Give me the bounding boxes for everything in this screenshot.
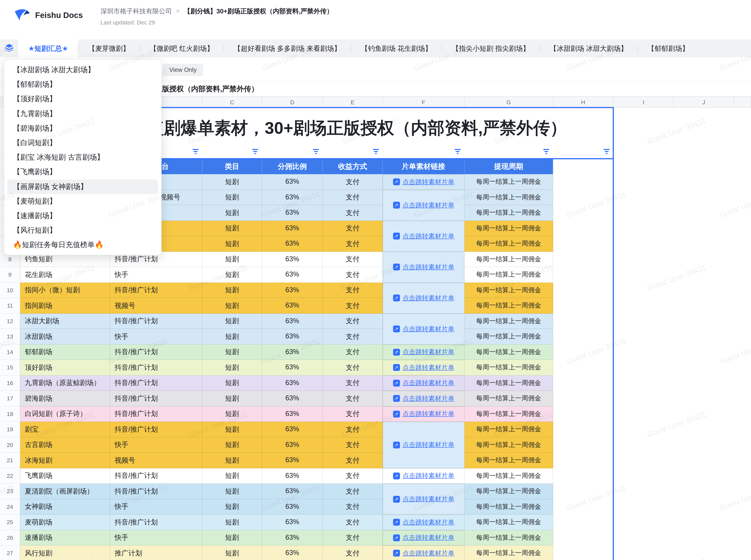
material-link[interactable]: ↗点击跳转素材片单: [393, 178, 454, 186]
sheet-tab[interactable]: 【郁郁剧场】: [638, 39, 699, 57]
cell-theater-name[interactable]: 速播剧场: [20, 530, 110, 545]
cell-platform[interactable]: 抖音/推广计划: [110, 360, 202, 375]
material-link[interactable]: ↗点击跳转素材片单: [393, 379, 454, 387]
cell-payout-period[interactable]: 每周一结算上一周佣金: [465, 484, 553, 499]
cell-platform[interactable]: 抖音/推广计划: [110, 406, 202, 422]
dropdown-item[interactable]: 【速播剧场】: [7, 208, 158, 223]
cell-category[interactable]: 短剧: [202, 267, 262, 282]
cell-commission-ratio[interactable]: 63%: [262, 282, 323, 298]
cell-platform[interactable]: 抖音/推广计划: [110, 468, 202, 484]
cell-category[interactable]: 短剧: [202, 298, 262, 314]
cell-income-type[interactable]: 支付: [323, 314, 383, 329]
row-number[interactable]: 17: [0, 391, 20, 406]
cell-income-type[interactable]: 支付: [323, 298, 383, 314]
column-header-D[interactable]: D: [262, 97, 323, 107]
cell-theater-name[interactable]: 冰甜剧场: [20, 329, 110, 344]
cell-payout-period[interactable]: 每周一结算上一周佣金: [465, 314, 553, 329]
row-number[interactable]: 19: [0, 422, 20, 437]
row-number[interactable]: 13: [0, 329, 20, 344]
cell-income-type[interactable]: 支付: [323, 252, 383, 267]
cell-payout-period[interactable]: 每周一结算上一周佣金: [465, 499, 553, 515]
cell-category[interactable]: 短剧: [202, 236, 262, 252]
material-link[interactable]: ↗点击跳转素材片单: [393, 324, 454, 333]
cell-theater-name[interactable]: 冰海短剧: [20, 453, 110, 468]
row-number[interactable]: 20: [0, 437, 20, 453]
cell-income-type[interactable]: 支付: [323, 174, 383, 189]
material-link[interactable]: ↗点击跳转素材片单: [393, 534, 454, 542]
cell-commission-ratio[interactable]: 63%: [262, 375, 323, 391]
cell-platform[interactable]: 视频号: [110, 298, 202, 314]
cell-commission-ratio[interactable]: 63%: [262, 329, 323, 344]
cell-commission-ratio[interactable]: 63%: [262, 314, 323, 329]
sheet-tab[interactable]: 【微剧吧 红火剧场】: [140, 39, 224, 57]
cell-platform[interactable]: 快手: [110, 499, 202, 515]
row-number[interactable]: 12: [0, 314, 20, 329]
cell-theater-name[interactable]: 九霄剧场（原蓝鲸剧场）: [20, 375, 110, 391]
row-number[interactable]: 24: [0, 499, 20, 515]
column-header-H[interactable]: H: [553, 97, 613, 107]
cell-platform[interactable]: 快手: [110, 437, 202, 453]
cell-commission-ratio[interactable]: 63%: [262, 437, 323, 453]
cell-commission-ratio[interactable]: 63%: [262, 515, 323, 530]
cell-income-type[interactable]: 支付: [323, 515, 383, 530]
cell-payout-period[interactable]: 每周一结算上一周佣金: [465, 545, 553, 560]
cell-income-type[interactable]: 支付: [323, 499, 383, 515]
cell-commission-ratio[interactable]: 63%: [262, 267, 323, 282]
cell-payout-period[interactable]: 每周一结算上一周佣金: [465, 375, 553, 391]
cell-payout-period[interactable]: 每周一结算上一周佣金: [465, 174, 553, 189]
cell-payout-period[interactable]: 每周一结算上一周佣金: [465, 221, 553, 236]
cell-payout-period[interactable]: 每周一结算上一周佣金: [465, 391, 553, 406]
dropdown-item[interactable]: 【顶好剧场】: [7, 92, 158, 106]
cell-commission-ratio[interactable]: 63%: [262, 298, 323, 314]
cell-commission-ratio[interactable]: 63%: [262, 484, 323, 499]
cell-income-type[interactable]: 支付: [323, 484, 383, 499]
material-link[interactable]: ↗点击跳转素材片单: [393, 232, 454, 240]
cell-payout-period[interactable]: 每周一结算上一周佣金: [465, 422, 553, 437]
row-number[interactable]: 9: [0, 267, 20, 282]
filter-icon[interactable]: [454, 148, 462, 155]
cell-theater-name[interactable]: 郁郁剧场: [20, 344, 110, 360]
row-number[interactable]: 14: [0, 344, 20, 360]
sheet-tab[interactable]: 【钓鱼剧场 花生剧场】: [351, 39, 442, 57]
cell-income-type[interactable]: 支付: [323, 530, 383, 545]
material-link[interactable]: ↗点击跳转素材片单: [393, 518, 454, 527]
dropdown-item[interactable]: 【白词短剧】: [7, 136, 158, 150]
column-header-F[interactable]: F: [383, 97, 465, 107]
cell-payout-period[interactable]: 每周一结算上一周佣金: [465, 282, 553, 298]
filter-icon[interactable]: [192, 148, 199, 155]
dropdown-item[interactable]: 【九霄剧场】: [7, 106, 158, 121]
column-header-J[interactable]: J: [674, 97, 734, 107]
cell-category[interactable]: 短剧: [202, 360, 262, 375]
cell-theater-name[interactable]: 碧海剧场: [20, 391, 110, 406]
breadcrumb-org[interactable]: 深圳市格子科技有限公司: [100, 7, 172, 16]
material-link[interactable]: ↗点击跳转素材片单: [393, 495, 454, 503]
filter-icon[interactable]: [312, 148, 320, 155]
cell-payout-period[interactable]: 每周一结算上一周佣金: [465, 515, 553, 530]
cell-income-type[interactable]: 支付: [323, 437, 383, 453]
cell-theater-name[interactable]: 夏清剧院（画屏剧场）: [20, 484, 110, 499]
cell-platform[interactable]: 抖音/推广计划: [110, 484, 202, 499]
sheet-list-button[interactable]: [0, 39, 18, 57]
row-number[interactable]: 26: [0, 530, 20, 545]
cell-category[interactable]: 短剧: [202, 437, 262, 453]
column-header-G[interactable]: G: [465, 97, 553, 107]
cell-theater-name[interactable]: 冰甜大剧场: [20, 314, 110, 329]
cell-commission-ratio[interactable]: 63%: [262, 221, 323, 236]
cell-category[interactable]: 短剧: [202, 252, 262, 267]
cell-platform[interactable]: 抖音/推广计划: [110, 344, 202, 360]
cell-category[interactable]: 短剧: [202, 453, 262, 468]
filter-icon[interactable]: [372, 148, 380, 155]
cell-theater-name[interactable]: 顶好剧场: [20, 360, 110, 375]
sheet-tab[interactable]: 【超好看剧场 多多剧场 来看剧场】: [224, 39, 351, 57]
cell-commission-ratio[interactable]: 63%: [262, 252, 323, 267]
cell-income-type[interactable]: 支付: [323, 453, 383, 468]
cell-income-type[interactable]: 支付: [323, 545, 383, 560]
cell-category[interactable]: 短剧: [202, 221, 262, 236]
cell-platform[interactable]: 快手: [110, 530, 202, 545]
cell-income-type[interactable]: 支付: [323, 267, 383, 282]
cell-income-type[interactable]: 支付: [323, 282, 383, 298]
cell-platform[interactable]: 快手: [110, 329, 202, 344]
cell-category[interactable]: 短剧: [202, 189, 262, 205]
material-link[interactable]: ↗点击跳转素材片单: [393, 294, 454, 302]
cell-theater-name[interactable]: 指间小（微）短剧: [20, 282, 110, 298]
